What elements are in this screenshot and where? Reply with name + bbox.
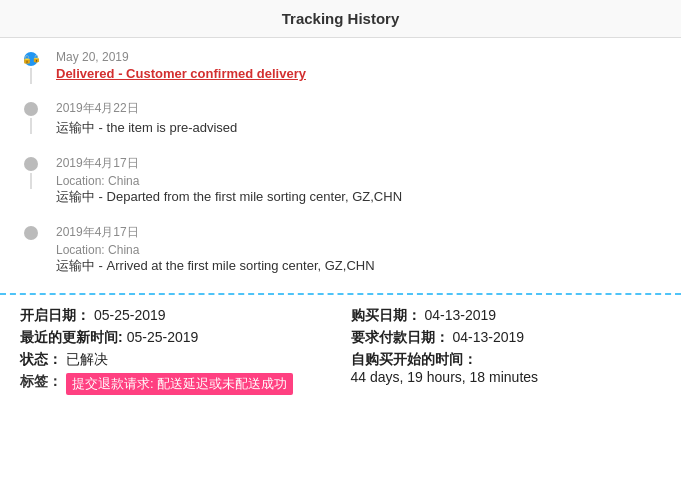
- tracking-date: 2019年4月17日: [56, 155, 661, 172]
- tracking-status: 运输中 - Departed from the first mile sorti…: [56, 188, 661, 206]
- info-label: 自购买开始的时间：: [351, 351, 477, 369]
- info-row: 开启日期：05-25-2019: [20, 307, 331, 325]
- tag-badge: 提交退款请求: 配送延迟或未配送成功: [66, 373, 293, 395]
- info-row: 状态：已解决: [20, 351, 331, 369]
- active-dot: 🔒: [24, 52, 38, 66]
- tracking-item: 🔒May 20, 2019Delivered - Customer confir…: [20, 50, 661, 84]
- dot: [24, 102, 38, 116]
- info-value: 已解决: [66, 351, 108, 369]
- info-row: 自购买开始的时间：44 days, 19 hours, 18 minutes: [351, 351, 662, 385]
- info-section: 开启日期：05-25-2019最近的更新时间:05-25-2019状态：已解决标…: [0, 295, 681, 411]
- info-label: 最近的更新时间:: [20, 329, 123, 347]
- tracking-item: 2019年4月17日Location: China运输中 - Departed …: [20, 155, 661, 208]
- info-left-col: 开启日期：05-25-2019最近的更新时间:05-25-2019状态：已解决标…: [20, 307, 331, 399]
- dot: [24, 226, 38, 240]
- info-row-tag: 标签：提交退款请求: 配送延迟或未配送成功: [20, 373, 331, 395]
- info-value: 04-13-2019: [425, 307, 497, 323]
- tracking-date: May 20, 2019: [56, 50, 661, 64]
- info-value: 44 days, 19 hours, 18 minutes: [351, 369, 539, 385]
- tracking-date: 2019年4月17日: [56, 224, 661, 241]
- info-row: 最近的更新时间:05-25-2019: [20, 329, 331, 347]
- tracking-item: 2019年4月17日Location: China运输中 - Arrived a…: [20, 224, 661, 277]
- info-row: 购买日期：04-13-2019: [351, 307, 662, 325]
- info-value: 05-25-2019: [94, 307, 166, 323]
- tracking-location: Location: China: [56, 174, 661, 188]
- info-label: 购买日期：: [351, 307, 421, 325]
- page-header: Tracking History: [0, 0, 681, 38]
- tracking-status: Delivered - Customer confirmed delivery: [56, 66, 661, 81]
- tracking-item: 2019年4月22日运输中 - the item is pre-advised: [20, 100, 661, 139]
- tracking-status: 运输中 - the item is pre-advised: [56, 119, 661, 137]
- tracking-date: 2019年4月22日: [56, 100, 661, 117]
- dot: [24, 157, 38, 171]
- tracking-status: 运输中 - Arrived at the first mile sorting …: [56, 257, 661, 275]
- info-value: 04-13-2019: [453, 329, 525, 345]
- tracking-section: 🔒May 20, 2019Delivered - Customer confir…: [0, 38, 681, 295]
- info-value: 05-25-2019: [127, 329, 199, 345]
- tracking-location: Location: China: [56, 243, 661, 257]
- info-row: 要求付款日期：04-13-2019: [351, 329, 662, 347]
- info-label: 状态：: [20, 351, 62, 369]
- page-title: Tracking History: [282, 10, 400, 27]
- info-label: 开启日期：: [20, 307, 90, 325]
- info-label: 标签：: [20, 373, 62, 391]
- info-label: 要求付款日期：: [351, 329, 449, 347]
- info-right-col: 购买日期：04-13-2019要求付款日期：04-13-2019自购买开始的时间…: [351, 307, 662, 399]
